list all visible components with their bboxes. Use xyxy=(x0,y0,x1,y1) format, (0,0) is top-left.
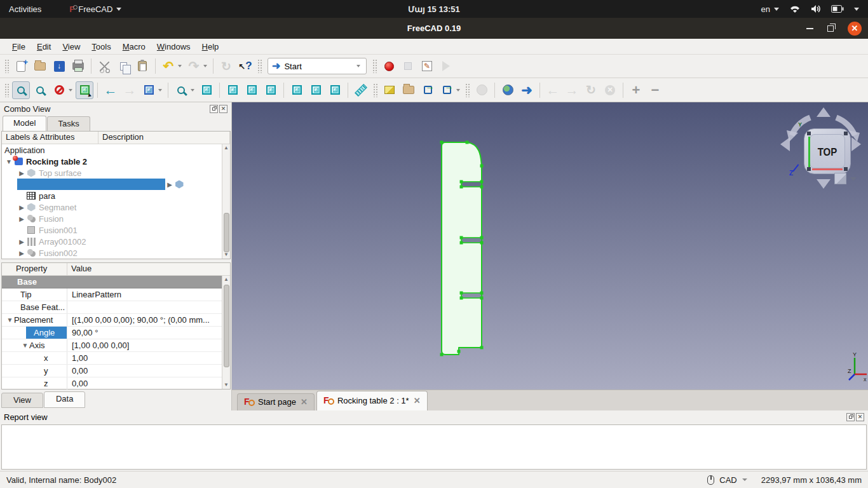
property-row-axis[interactable]: ▼ Axis [1,00 0,00 0,00] xyxy=(2,339,222,352)
battery-icon[interactable] xyxy=(831,5,844,13)
tab-data[interactable]: Data xyxy=(44,391,85,408)
close-tab-icon[interactable]: ✕ xyxy=(301,397,308,407)
navcube-corner[interactable] xyxy=(807,132,811,135)
system-menu-chevron-icon[interactable] xyxy=(854,8,859,11)
tree-item-fusion001[interactable]: Fusion001 xyxy=(2,224,222,236)
undo-dropdown[interactable] xyxy=(178,65,182,67)
property-row-tip[interactable]: Tip LinearPattern xyxy=(2,288,222,301)
property-value[interactable] xyxy=(67,301,222,313)
menu-tools[interactable]: Tools xyxy=(86,40,116,53)
property-value[interactable]: 90,00 ° xyxy=(67,327,222,339)
property-row-y[interactable]: y 0,00 xyxy=(2,365,222,377)
cut-button[interactable] xyxy=(95,57,113,75)
save-button[interactable]: ↓ xyxy=(50,57,68,75)
browser-refresh-button[interactable]: ↻ xyxy=(582,81,600,99)
scrollbar-thumb[interactable] xyxy=(224,213,229,252)
toolbar-drag-handle[interactable] xyxy=(373,83,377,97)
close-button[interactable]: ✕ xyxy=(848,22,862,36)
close-panel-button[interactable]: ✕ xyxy=(219,105,227,113)
tree-item-fusion[interactable]: ▶ Fusion xyxy=(2,213,222,224)
expander-open-icon[interactable]: ▼ xyxy=(6,316,14,323)
make-link-group-button[interactable] xyxy=(438,81,456,99)
toolbar-drag-handle[interactable] xyxy=(372,59,377,73)
nav-arrow-right[interactable] xyxy=(851,137,861,151)
workbench-selector[interactable]: ➜ Start xyxy=(268,58,367,74)
view-forward-button[interactable]: → xyxy=(121,81,139,99)
keyboard-layout-indicator[interactable]: en xyxy=(761,4,779,14)
expander-closed-icon[interactable]: ▶ xyxy=(17,215,26,222)
scrollbar-thumb[interactable] xyxy=(224,285,229,367)
expander-open-icon[interactable]: ▼ xyxy=(4,158,13,165)
property-value[interactable]: 0,00 xyxy=(67,365,222,377)
draw-style-button[interactable] xyxy=(50,81,68,99)
toolbar-drag-handle[interactable] xyxy=(257,59,262,73)
close-panel-button[interactable]: ✕ xyxy=(856,413,864,421)
wifi-icon[interactable] xyxy=(789,4,801,13)
tab-rocking-table[interactable]: F Rocking table 2 : 1* ✕ xyxy=(316,391,428,410)
web-page-button[interactable] xyxy=(473,81,491,99)
expander-closed-icon[interactable]: ▶ xyxy=(17,204,26,211)
nav-arrow-down[interactable] xyxy=(817,179,831,189)
navigation-style-label[interactable]: CAD xyxy=(719,475,736,485)
browser-stop-button[interactable]: ✕ xyxy=(601,81,619,99)
scroll-up-icon[interactable]: ▲ xyxy=(222,276,230,283)
zoom-out-button[interactable]: − xyxy=(646,81,664,99)
property-row-angle[interactable]: Angle 90,00 ° xyxy=(2,327,222,339)
chevron-down-icon[interactable] xyxy=(742,478,747,481)
fit-all-button[interactable] xyxy=(12,81,30,99)
column-description[interactable]: Description xyxy=(98,132,230,144)
scroll-up-icon[interactable]: ▲ xyxy=(222,144,230,152)
zoom-dropdown[interactable] xyxy=(191,89,194,92)
clock[interactable]: Մայ 15 13:51 xyxy=(408,4,459,14)
view-front-button[interactable] xyxy=(224,81,241,99)
navcube-mini-cube[interactable] xyxy=(834,173,846,184)
3d-viewport[interactable]: TOP Y Z Y Z x xyxy=(232,102,868,390)
expander-closed-icon[interactable]: ▶ xyxy=(17,238,26,245)
toolbar-drag-handle[interactable] xyxy=(465,83,470,97)
close-tab-icon[interactable]: ✕ xyxy=(414,396,421,405)
expander-closed-icon[interactable]: ▶ xyxy=(17,170,26,177)
select-bounding-box-button[interactable] xyxy=(76,81,93,99)
property-value[interactable]: LinearPattern xyxy=(67,288,222,301)
redo-dropdown[interactable] xyxy=(203,65,207,67)
property-group-base[interactable]: Base xyxy=(2,276,222,288)
tree-root-application[interactable]: Application xyxy=(2,144,222,156)
undo-button[interactable]: ↶ xyxy=(159,57,177,75)
view-bottom-button[interactable] xyxy=(307,81,325,99)
view-right-button[interactable] xyxy=(262,81,280,99)
menu-view[interactable]: View xyxy=(57,40,86,53)
property-value[interactable]: [1,00 0,00 0,00] xyxy=(67,339,222,351)
expander-closed-icon[interactable]: ▶ xyxy=(17,250,26,257)
float-panel-button[interactable] xyxy=(210,105,218,113)
print-button[interactable] xyxy=(69,57,87,75)
nav-arrow-up[interactable] xyxy=(817,107,831,117)
property-value[interactable]: [(1,00 0,00 0,00); 90,00 °; (0,00 mm... xyxy=(67,314,222,326)
menu-edit[interactable]: Edit xyxy=(31,40,57,53)
nav-arrow-left[interactable] xyxy=(780,137,790,151)
tree-item-fusion002[interactable]: ▶ Fusion002 xyxy=(2,247,222,259)
tree-scrollbar[interactable]: ▲ ▼ xyxy=(222,144,230,259)
menu-macro[interactable]: Macro xyxy=(117,40,151,53)
paste-button[interactable] xyxy=(133,57,151,75)
expander-closed-icon[interactable]: ▶ xyxy=(165,181,174,188)
restore-button[interactable] xyxy=(827,25,834,32)
tree-item-array001002[interactable]: ▶ Array001002 xyxy=(2,236,222,247)
tree-item-segmanet[interactable]: ▶ Segmanet xyxy=(2,201,222,213)
navigation-cube[interactable]: TOP Y Z xyxy=(780,107,866,196)
navcube-menu-chevron-icon[interactable] xyxy=(850,177,857,181)
draw-style-dropdown[interactable] xyxy=(69,89,72,92)
open-button[interactable] xyxy=(31,57,49,75)
property-scrollbar[interactable]: ▲ ▼ xyxy=(222,276,230,389)
tab-view[interactable]: View xyxy=(1,393,43,408)
window-title-bar[interactable]: FreeCAD 0.19 ✕ xyxy=(0,18,868,39)
property-row-z[interactable]: z 0,00 xyxy=(2,377,222,390)
whats-this-button[interactable]: ↖? xyxy=(236,57,254,75)
zoom-in-button[interactable]: + xyxy=(627,81,645,99)
toolbar-drag-handle[interactable] xyxy=(4,83,9,97)
navcube-corner[interactable] xyxy=(844,132,848,135)
column-value[interactable]: Value xyxy=(67,263,95,275)
menu-file[interactable]: File xyxy=(6,40,31,53)
view-left-button[interactable] xyxy=(326,81,344,99)
tab-tasks[interactable]: Tasks xyxy=(47,116,90,131)
browser-back-button[interactable]: ← xyxy=(544,81,562,99)
